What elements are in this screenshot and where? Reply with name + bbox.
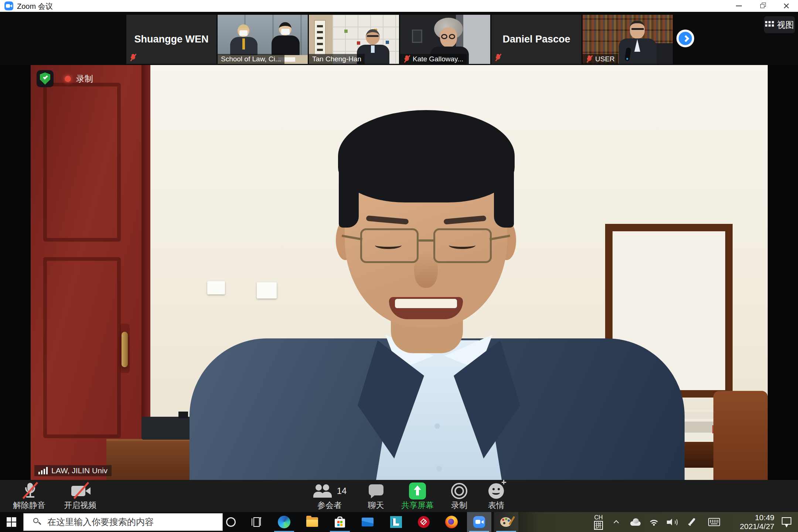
search-input[interactable] xyxy=(47,517,210,527)
edge-icon xyxy=(278,516,290,528)
tray-windows-ink[interactable] xyxy=(684,512,700,532)
file-explorer-icon xyxy=(306,517,318,527)
tray-volume[interactable] xyxy=(664,512,681,532)
taskbar-app-l[interactable] xyxy=(384,512,408,532)
active-speaker-video[interactable]: 录制 LAW, JILIN Univ xyxy=(31,65,768,480)
tray-clock[interactable]: 10:49 2021/4/27 xyxy=(727,512,774,532)
taskbar-app-mail[interactable] xyxy=(355,512,380,532)
ime-language-indicator[interactable]: CH 拼 xyxy=(591,512,606,532)
muted-mic-icon xyxy=(18,483,40,499)
main-stage: 录制 LAW, JILIN Univ xyxy=(0,65,798,480)
unmute-button[interactable]: 解除静音 xyxy=(5,480,53,512)
unmute-label: 解除静音 xyxy=(13,500,45,511)
participant-tile-shuangge-wen[interactable]: Shuangge WEN xyxy=(126,15,216,64)
person-figure xyxy=(616,21,660,64)
close-button[interactable] xyxy=(774,0,798,12)
share-screen-button[interactable]: 共享屏幕 xyxy=(392,480,443,512)
chat-label: 聊天 xyxy=(368,500,384,511)
clock-date: 2021/4/27 xyxy=(740,522,774,531)
mail-icon xyxy=(362,518,374,526)
door-handle xyxy=(122,332,128,367)
restore-button[interactable] xyxy=(751,0,774,12)
video-off-icon xyxy=(68,483,92,499)
view-button[interactable]: 视图 xyxy=(764,16,795,33)
participant-name: Kate Galloway... xyxy=(413,55,463,63)
task-view-icon xyxy=(252,517,262,527)
clock-time: 10:49 xyxy=(755,514,774,522)
start-video-label: 开启视频 xyxy=(64,500,96,511)
taskbar-app-paint[interactable] xyxy=(494,512,518,532)
tray-touch-keyboard[interactable] xyxy=(705,512,723,532)
chair xyxy=(713,391,768,480)
minimize-button[interactable] xyxy=(727,0,751,12)
participant-name-label: Kate Galloway... xyxy=(400,54,467,64)
participants-button[interactable]: 14 参会者 xyxy=(304,480,355,512)
taskbar-app-file-explorer[interactable] xyxy=(300,512,324,532)
muted-mic-icon xyxy=(403,55,410,63)
windows-logo-icon xyxy=(7,517,16,527)
chevron-up-icon xyxy=(613,519,620,525)
taskbar-app-zoom[interactable] xyxy=(467,512,491,532)
taskbar-app-store[interactable] xyxy=(328,512,352,532)
muted-mic-icon xyxy=(495,54,501,62)
window-title: Zoom 会议 xyxy=(17,1,53,11)
start-button[interactable] xyxy=(0,512,23,532)
firefox-icon xyxy=(445,516,458,528)
cloud-icon xyxy=(630,518,641,526)
muted-mic-icon xyxy=(586,55,593,63)
share-screen-label: 共享屏幕 xyxy=(401,500,434,511)
search-icon xyxy=(33,518,41,526)
tray-network[interactable] xyxy=(646,512,662,532)
participants-icon xyxy=(313,483,336,499)
ime-mode-label: CH xyxy=(594,514,603,521)
reactions-icon xyxy=(488,483,504,499)
participant-name: USER xyxy=(595,55,615,63)
participant-name-label: USER xyxy=(583,54,618,64)
participant-name: Tan Cheng-Han xyxy=(312,55,361,63)
zoom-app-icon xyxy=(4,1,13,10)
start-video-button[interactable]: 开启视频 xyxy=(56,480,104,512)
participant-tile-daniel-pascoe[interactable]: Daniel Pascoe xyxy=(491,15,582,64)
title-bar: Zoom 会议 xyxy=(0,0,798,12)
calligraphy-scroll xyxy=(315,21,325,55)
paint-palette-icon xyxy=(500,516,512,528)
zoom-icon xyxy=(473,516,485,528)
microsoft-store-icon xyxy=(335,516,345,528)
participant-name: Shuangge WEN xyxy=(126,15,216,64)
windows-taskbar: CH 拼 10:49 2021/4/27 xyxy=(0,512,798,532)
speaker-icon xyxy=(667,518,678,526)
record-label: 录制 xyxy=(451,500,467,511)
tray-onedrive[interactable] xyxy=(627,512,644,532)
participant-tile-user[interactable]: USER xyxy=(583,15,673,64)
zoom-meeting-window: Zoom 会议 Shuangge WEN xyxy=(0,0,798,532)
keyboard-icon xyxy=(708,518,720,526)
participant-tile-tan-cheng-han[interactable]: Tan Cheng-Han xyxy=(309,15,399,64)
taskbar-app-edge[interactable] xyxy=(272,512,296,532)
tray-overflow-chevron[interactable] xyxy=(610,512,624,532)
task-view-button[interactable] xyxy=(245,512,269,532)
cortana-button[interactable] xyxy=(219,512,243,532)
chevron-right-icon xyxy=(682,35,689,42)
record-icon xyxy=(451,483,467,499)
reactions-button[interactable]: 表情 xyxy=(474,480,519,512)
action-center-button[interactable] xyxy=(779,512,795,532)
taskbar-app-firefox[interactable] xyxy=(439,512,464,532)
speaker-name-label: LAW, JILIN Univ xyxy=(34,465,112,476)
participants-count: 14 xyxy=(337,486,347,496)
participant-tile-school-of-law[interactable]: School of Law, Ci... xyxy=(218,15,308,64)
taskbar-app-cube[interactable] xyxy=(412,512,436,532)
speaker-person xyxy=(190,80,685,480)
participant-name: Daniel Pascoe xyxy=(491,15,582,64)
pen-icon xyxy=(688,517,697,527)
participant-tile-kate-galloway[interactable]: Kate Galloway... xyxy=(400,15,490,64)
taskbar-search-box[interactable] xyxy=(23,513,223,531)
cortana-icon xyxy=(226,517,236,527)
grid-view-icon xyxy=(765,21,774,28)
participant-name: School of Law, Ci... xyxy=(221,55,281,63)
chat-icon xyxy=(367,483,385,499)
next-page-button[interactable] xyxy=(676,30,694,47)
security-shield-icon[interactable] xyxy=(37,70,54,87)
recording-label: 录制 xyxy=(76,73,93,85)
muted-mic-icon xyxy=(130,54,136,62)
reactions-label: 表情 xyxy=(488,500,504,511)
